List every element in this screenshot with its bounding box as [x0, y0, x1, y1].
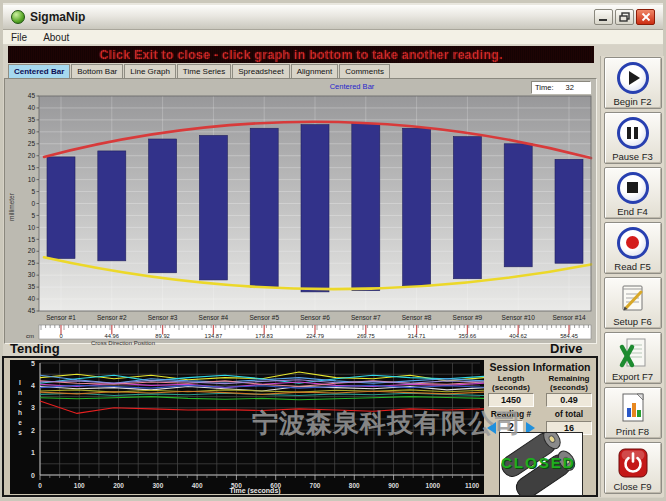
- svg-text:400: 400: [192, 482, 203, 489]
- minimize-icon: [598, 13, 609, 22]
- svg-text:40: 40: [28, 104, 36, 111]
- length-label: Length (seconds): [482, 374, 540, 392]
- svg-text:10: 10: [28, 224, 36, 231]
- sidebar-button-label: Setup F6: [613, 316, 652, 327]
- sidebar-button-label: Print F8: [616, 426, 649, 437]
- export-f7-button[interactable]: Export F7: [604, 332, 662, 384]
- begin-f2-button[interactable]: Begin F2: [604, 57, 662, 109]
- svg-text:44.96: 44.96: [105, 333, 120, 339]
- svg-text:2: 2: [31, 427, 35, 434]
- session-panel: Session Information Length (seconds) Rem…: [482, 359, 598, 493]
- svg-text:0: 0: [59, 333, 62, 339]
- svg-text:20: 20: [28, 247, 36, 254]
- svg-text:Cross Direction Position: Cross Direction Position: [91, 340, 155, 346]
- read-f5-button[interactable]: Read F5: [604, 222, 662, 274]
- svg-text:40: 40: [28, 295, 36, 302]
- svg-text:800: 800: [349, 482, 360, 489]
- svg-text:45: 45: [28, 92, 36, 99]
- play-icon: [617, 60, 649, 96]
- excel-icon: [618, 335, 648, 371]
- menu-file[interactable]: File: [11, 32, 27, 43]
- svg-text:900: 900: [388, 482, 399, 489]
- banner-text: Click Exit to close - click graph in bot…: [99, 48, 502, 62]
- minimize-button[interactable]: [594, 9, 613, 25]
- svg-text:25: 25: [28, 259, 36, 266]
- title-bar: SigmaNip: [3, 5, 663, 30]
- stop-icon: [617, 170, 649, 206]
- sidebar-button-label: Export F7: [612, 371, 653, 382]
- svg-text:30: 30: [28, 271, 36, 278]
- svg-text:Sensor #6: Sensor #6: [300, 314, 330, 321]
- svg-text:Sensor #7: Sensor #7: [351, 314, 381, 321]
- tab-alignment[interactable]: Alignment: [291, 64, 339, 78]
- trend-chart[interactable]: 0100200300400500600700800900100011000123…: [10, 360, 484, 494]
- svg-text:Sensor #14: Sensor #14: [552, 314, 586, 321]
- print-icon: [618, 390, 648, 426]
- time-value: 32: [565, 83, 573, 92]
- svg-text:1100: 1100: [465, 482, 479, 489]
- menu-about[interactable]: About: [43, 32, 69, 43]
- svg-text:e: e: [18, 419, 22, 426]
- pause-f3-button[interactable]: Pause F3: [604, 112, 662, 164]
- svg-text:millimeter: millimeter: [8, 192, 15, 221]
- notepad-icon: [618, 280, 648, 316]
- svg-text:300: 300: [152, 482, 163, 489]
- restore-button[interactable]: [615, 9, 634, 25]
- time-box: Time: 32: [531, 81, 591, 94]
- reading-prev-button[interactable]: [487, 422, 496, 434]
- svg-text:5: 5: [31, 188, 35, 195]
- svg-text:cm: cm: [26, 333, 34, 339]
- close-button[interactable]: [636, 9, 655, 25]
- tab-line-graph[interactable]: Line Graph: [124, 64, 176, 78]
- svg-text:1: 1: [31, 449, 35, 456]
- svg-text:4: 4: [31, 382, 35, 389]
- svg-text:Sensor #10: Sensor #10: [502, 314, 536, 321]
- svg-text:30: 30: [28, 128, 36, 135]
- svg-text:35: 35: [28, 283, 36, 290]
- tab-bar: Centered BarBottom BarLine GraphTime Ser…: [8, 64, 391, 78]
- svg-text:15: 15: [28, 236, 36, 243]
- session-headers: Length (seconds) Remaining (seconds): [482, 374, 598, 392]
- nip-status-badge: CLOSED: [501, 454, 576, 471]
- time-label: Time:: [535, 83, 553, 92]
- pause-icon: [617, 115, 649, 151]
- svg-text:25: 25: [28, 140, 36, 147]
- svg-text:359.66: 359.66: [459, 333, 477, 339]
- svg-text:Centered Bar: Centered Bar: [330, 82, 375, 91]
- tab-centered-bar[interactable]: Centered Bar: [8, 64, 70, 78]
- svg-text:c: c: [18, 399, 22, 406]
- sidebar-button-label: Close F9: [613, 481, 651, 492]
- svg-text:Sensor #9: Sensor #9: [453, 314, 483, 321]
- reading-label: Reading #: [482, 409, 540, 419]
- nip-status-image: CLOSED: [499, 432, 583, 496]
- svg-text:584.45: 584.45: [560, 333, 578, 339]
- end-f4-button[interactable]: End F4: [604, 167, 662, 219]
- svg-text:Sensor #8: Sensor #8: [402, 314, 432, 321]
- svg-text:10: 10: [28, 176, 36, 183]
- svg-text:0: 0: [38, 482, 42, 489]
- tab-time-series[interactable]: Time Series: [177, 64, 231, 78]
- svg-text:0: 0: [31, 200, 35, 207]
- print-f8-button[interactable]: Print F8: [604, 387, 662, 439]
- setup-f6-button[interactable]: Setup F6: [604, 277, 662, 329]
- drive-label: Drive: [550, 341, 583, 356]
- svg-text:100: 100: [74, 482, 85, 489]
- menu-bar: FileAbout: [3, 30, 663, 45]
- svg-text:n: n: [18, 389, 22, 396]
- sidebar-button-label: Pause F3: [612, 151, 653, 162]
- svg-text:15: 15: [28, 164, 36, 171]
- tab-bottom-bar[interactable]: Bottom Bar: [71, 64, 123, 78]
- tending-label: Tending: [10, 341, 60, 356]
- remaining-value: 0.49: [546, 393, 592, 407]
- window-controls: [594, 9, 663, 25]
- svg-text:404.62: 404.62: [509, 333, 527, 339]
- close-f9-button[interactable]: Close F9: [604, 442, 662, 494]
- svg-text:89.92: 89.92: [155, 333, 170, 339]
- restore-icon: [619, 12, 630, 22]
- message-banner: Click Exit to close - click graph in bot…: [8, 46, 594, 63]
- record-icon: [617, 225, 649, 261]
- tab-comments[interactable]: Comments: [339, 64, 390, 78]
- centered-bar-panel: 45403530252015105051015202530354045milli…: [4, 78, 597, 344]
- sidebar-button-label: Begin F2: [613, 96, 651, 107]
- tab-spreadsheet[interactable]: Spreadsheet: [232, 64, 289, 78]
